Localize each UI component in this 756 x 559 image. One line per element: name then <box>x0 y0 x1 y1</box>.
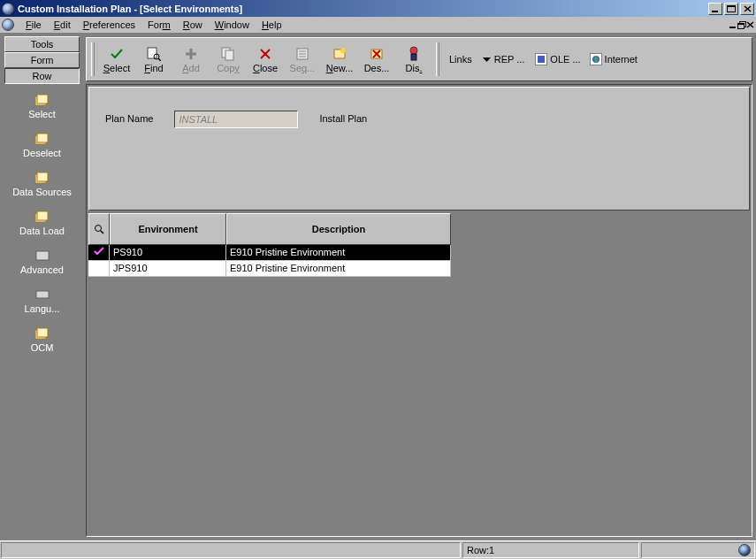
svg-rect-8 <box>737 23 745 25</box>
sidebar-tab-tools[interactable]: Tools <box>4 36 80 52</box>
content-area: Select Find Add Copy Close <box>84 34 756 540</box>
svg-rect-20 <box>36 291 49 298</box>
internet-link[interactable]: Internet <box>586 51 641 67</box>
svg-rect-22 <box>37 328 48 337</box>
client-area: Tools Form Row Select Deselect Data Sour… <box>0 34 756 540</box>
svg-rect-16 <box>37 172 48 181</box>
links-dropdown[interactable]: REP ... <box>477 52 531 66</box>
internet-icon <box>590 53 602 65</box>
title-bar: Custom Installation Plan - [Select Envir… <box>0 0 756 17</box>
svg-rect-19 <box>36 251 49 260</box>
svg-rect-5 <box>729 27 736 28</box>
menu-form[interactable]: Form <box>141 19 177 31</box>
status-pane-3 <box>641 542 755 558</box>
toolbar-des-button[interactable]: Des... <box>359 42 394 77</box>
close-button[interactable] <box>740 3 754 15</box>
toolbar-new-button[interactable]: New... <box>322 42 357 77</box>
svg-rect-44 <box>538 56 545 63</box>
minimize-button[interactable] <box>708 3 722 15</box>
sidebar-tab-form[interactable]: Form <box>4 52 80 68</box>
globe-icon <box>738 544 751 556</box>
svg-rect-23 <box>148 48 157 58</box>
grid-cell-description[interactable]: E910 Pristine Environment <box>226 245 451 261</box>
toolbar-find-button[interactable]: Find <box>136 42 172 77</box>
grid-row-marker[interactable] <box>88 261 110 277</box>
svg-rect-0 <box>712 11 718 12</box>
mdi-close-button[interactable] <box>746 21 754 29</box>
toolbar: Select Find Add Copy Close <box>86 37 752 81</box>
toolbar-grip-2[interactable] <box>436 42 439 76</box>
data-load-icon <box>34 210 51 224</box>
menu-preferences[interactable]: Preferences <box>77 19 141 31</box>
plan-name-label: Plan Name <box>105 111 153 124</box>
window-title: Custom Installation Plan - [Select Envir… <box>18 4 706 14</box>
menu-window[interactable]: Window <box>209 19 256 31</box>
svg-point-46 <box>95 226 102 232</box>
grid-row-marker[interactable] <box>88 245 110 261</box>
document-icon[interactable] <box>2 19 14 31</box>
sidebar-tab-row[interactable]: Row <box>4 68 80 84</box>
grid-header-environment[interactable]: Environment <box>110 213 226 245</box>
toolbar-grip[interactable] <box>91 42 95 76</box>
svg-point-41 <box>410 47 417 54</box>
grid-cell-description[interactable]: E910 Pristine Environment <box>226 261 451 277</box>
ole-link[interactable]: OLE ... <box>531 51 584 67</box>
toolbar-seq-button[interactable]: Seq... <box>285 42 320 77</box>
grid-header-description[interactable]: Description <box>226 213 451 245</box>
status-row: Row:1 <box>462 542 639 558</box>
svg-rect-29 <box>225 50 233 60</box>
sidebar-item-deselect[interactable]: Deselect <box>6 132 78 158</box>
sidebar-item-advanced[interactable]: Advanced <box>6 249 78 275</box>
svg-point-37 <box>340 48 346 53</box>
advanced-icon <box>34 249 51 263</box>
toolbar-close-button[interactable]: Close <box>248 42 283 77</box>
mdi-restore-button[interactable] <box>737 21 746 29</box>
grid-marker-header[interactable] <box>88 213 110 245</box>
new-icon <box>332 46 347 62</box>
search-icon <box>94 224 104 234</box>
check-icon <box>109 46 125 62</box>
links-label: Links <box>449 54 472 65</box>
toolbar-add-button[interactable]: Add <box>173 42 209 77</box>
grid-cell-environment[interactable]: JPS910 <box>110 261 226 277</box>
maximize-button[interactable] <box>724 3 738 15</box>
language-icon <box>34 287 51 302</box>
ole-icon <box>535 53 547 65</box>
sidebar-item-select[interactable]: Select <box>6 93 78 119</box>
plan-name-input[interactable] <box>174 111 298 128</box>
menu-file[interactable]: File <box>19 19 48 31</box>
toolbar-copy-button[interactable]: Copy <box>210 42 246 77</box>
select-tool-icon <box>34 93 51 107</box>
menu-help[interactable]: Help <box>256 19 288 31</box>
form-area: Plan Name Install Plan <box>88 87 750 211</box>
deselect-tool-icon <box>34 132 51 146</box>
svg-line-47 <box>101 231 103 234</box>
mdi-minimize-button[interactable] <box>729 21 737 29</box>
menu-edit[interactable]: Edit <box>48 19 77 31</box>
ocm-icon <box>34 326 51 341</box>
svg-rect-12 <box>37 95 48 103</box>
status-bar: Row:1 <box>0 540 756 559</box>
sidebar: Tools Form Row Select Deselect Data Sour… <box>0 34 84 540</box>
close-icon <box>257 46 273 62</box>
seq-icon <box>294 46 310 62</box>
toolbar-select-button[interactable]: Select <box>99 42 134 77</box>
menu-row[interactable]: Row <box>177 19 209 31</box>
grid-cell-environment[interactable]: PS910 <box>110 245 226 261</box>
toolbar-dis-button[interactable]: Dis. <box>396 42 431 77</box>
svg-line-25 <box>158 58 161 61</box>
sidebar-item-data-load[interactable]: Data Load <box>6 210 78 236</box>
app-icon <box>2 3 14 15</box>
sidebar-item-ocm[interactable]: OCM <box>6 326 78 353</box>
find-icon <box>146 46 162 62</box>
svg-rect-2 <box>727 5 736 7</box>
chevron-down-icon <box>483 54 491 65</box>
install-plan-label: Install Plan <box>319 111 367 124</box>
sidebar-item-langu[interactable]: Langu... <box>6 287 78 314</box>
sidebar-item-data-sources[interactable]: Data Sources <box>6 171 78 197</box>
svg-rect-14 <box>37 134 48 142</box>
data-sources-icon <box>34 171 51 185</box>
des-icon <box>369 46 385 62</box>
svg-rect-18 <box>37 211 48 220</box>
dis-icon <box>406 46 422 62</box>
